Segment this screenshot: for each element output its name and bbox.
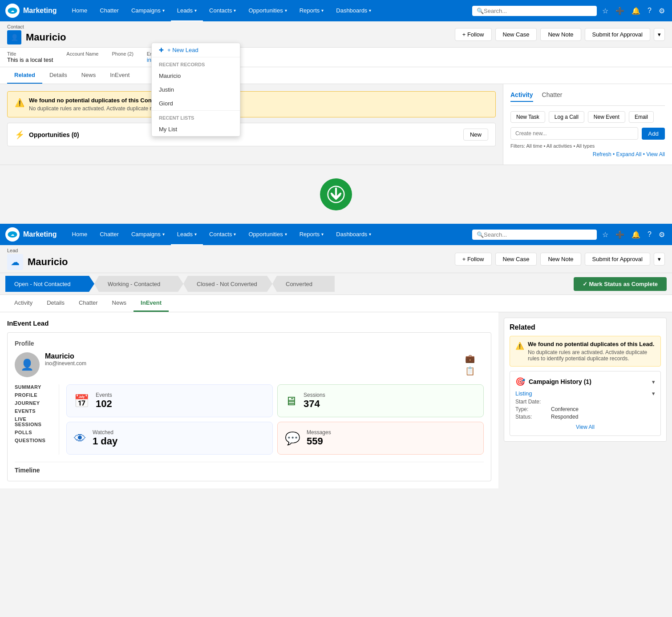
nav-journey[interactable]: JOURNEY [15, 400, 54, 406]
messages-value: 559 [307, 436, 331, 447]
more-actions-dropdown-top[interactable]: ▾ [654, 28, 665, 41]
more-actions-dropdown-lead[interactable]: ▾ [654, 253, 665, 266]
listing-chevron[interactable]: ▾ [652, 390, 655, 397]
nav-events[interactable]: EVENTS [15, 408, 54, 414]
nav-summary[interactable]: SUMMARY [15, 384, 54, 390]
top-nav-bar: ☁ Marketing Home Chatter Campaigns▾ Lead… [0, 0, 672, 21]
new-opportunity-button[interactable]: New [463, 129, 488, 141]
settings-icon-bottom[interactable]: ⚙ [657, 229, 667, 241]
status-step-open[interactable]: Open - Not Contacted [5, 276, 94, 292]
salesforce-logo[interactable]: ☁ [5, 4, 20, 18]
log-call-btn[interactable]: Log a Call [549, 111, 584, 123]
nav-reports-bottom[interactable]: Reports▾ [293, 224, 330, 245]
nav-chatter-bottom[interactable]: Chatter [93, 224, 125, 245]
submit-approval-button-top[interactable]: Submit for Approval [585, 28, 650, 41]
nav-reports[interactable]: Reports▾ [293, 0, 330, 21]
status-step-converted[interactable]: Converted [272, 276, 335, 292]
new-lead-item[interactable]: ✚ + New Lead [152, 43, 240, 57]
calendar-icon: 📅 [74, 394, 89, 408]
nav-contacts[interactable]: Contacts▾ [203, 0, 242, 21]
bottom-nav-right: 🔍 ☆ ➕ 🔔 ? ⚙ [472, 229, 667, 241]
status-step-working[interactable]: Working - Contacted [94, 276, 183, 292]
nav-contacts-bottom[interactable]: Contacts▾ [203, 224, 242, 245]
contact-phone-field: Phone (2) [112, 51, 133, 63]
nav-questions[interactable]: QUESTIONS [15, 438, 54, 443]
new-event-btn[interactable]: New Event [588, 111, 625, 123]
campaign-listing-link[interactable]: Listing [515, 390, 532, 397]
nav-home[interactable]: Home [66, 0, 94, 21]
help-icon-bottom[interactable]: ? [646, 229, 653, 240]
submit-approval-button-lead[interactable]: Submit for Approval [585, 253, 650, 266]
lead-tab-chatter[interactable]: Chatter [72, 295, 105, 312]
top-search-box[interactable]: 🔍 [472, 6, 597, 16]
nav-leads-bottom[interactable]: Leads▾ [171, 224, 203, 245]
add-activity-btn[interactable]: Add [642, 128, 665, 140]
nav-profile[interactable]: PROFILE [15, 392, 54, 398]
nav-leads[interactable]: Leads▾ [171, 0, 203, 21]
app-name: Marketing [23, 7, 57, 15]
lead-tab-details[interactable]: Details [40, 295, 72, 312]
view-all-link[interactable]: View All [576, 424, 595, 430]
status-step-closed[interactable]: Closed - Not Converted [183, 276, 272, 292]
nav-polls[interactable]: POLLS [15, 430, 54, 435]
campaign-start-date: Start Date: [515, 399, 655, 405]
tab-inevent[interactable]: InEvent [103, 67, 137, 84]
opportunities-title: Opportunities (0) [29, 131, 79, 138]
recent-record-justin[interactable]: Justin [152, 83, 240, 97]
messages-label: Messages [307, 429, 331, 436]
notifications-icon-bottom[interactable]: 🔔 [630, 229, 642, 241]
email-btn[interactable]: Email [629, 111, 654, 123]
nav-home-bottom[interactable]: Home [66, 224, 94, 245]
profile-info: Mauricio ino@inevent.com [45, 352, 86, 377]
profile-section-header: Profile [15, 340, 484, 347]
nav-dashboards-bottom[interactable]: Dashboards▾ [330, 224, 377, 245]
nav-opportunities-bottom[interactable]: Opportunities▾ [242, 224, 293, 245]
help-icon[interactable]: ? [646, 5, 653, 16]
nav-campaigns[interactable]: Campaigns▾ [125, 0, 171, 21]
new-note-button-lead[interactable]: New Note [540, 253, 581, 266]
activity-tabs: Activity Chatter [510, 91, 665, 106]
follow-button-top[interactable]: + Follow [455, 28, 492, 41]
nav-chatter[interactable]: Chatter [93, 0, 125, 21]
lead-duplicate-text: No duplicate rules are activated. Activa… [528, 349, 655, 362]
lead-tab-inevent[interactable]: InEvent [134, 295, 169, 312]
salesforce-logo-bottom[interactable]: ☁ [5, 227, 20, 242]
favorites-icon[interactable]: ☆ [600, 5, 610, 17]
lead-tab-activity[interactable]: Activity [7, 295, 40, 312]
phone-icon: 📋 [465, 366, 475, 376]
new-task-btn[interactable]: New Task [510, 111, 545, 123]
new-note-button-top[interactable]: New Note [540, 28, 581, 41]
settings-icon[interactable]: ⚙ [657, 5, 667, 17]
recent-record-mauricio[interactable]: Mauricio [152, 69, 240, 83]
lead-tab-news[interactable]: News [105, 295, 134, 312]
nav-campaigns-bottom[interactable]: Campaigns▾ [125, 224, 171, 245]
recent-record-giord[interactable]: Giord [152, 97, 240, 110]
search-input[interactable] [484, 8, 592, 14]
new-case-button-top[interactable]: New Case [495, 28, 537, 41]
bottom-search-input[interactable] [484, 231, 592, 238]
mark-complete-button[interactable]: ✓ Mark Status as Complete [574, 277, 667, 291]
create-new-input[interactable] [510, 127, 638, 140]
campaign-history-chevron[interactable]: ▾ [652, 379, 655, 385]
nav-live-sessions[interactable]: LIVE SESSIONS [15, 416, 54, 427]
add-icon-bottom[interactable]: ➕ [614, 229, 626, 241]
nav-opportunities[interactable]: Opportunities▾ [242, 0, 293, 21]
activity-tab-chatter[interactable]: Chatter [542, 91, 563, 102]
add-icon[interactable]: ➕ [614, 5, 626, 17]
new-case-button-lead[interactable]: New Case [495, 253, 537, 266]
profile-icons: 💼 📋 [465, 354, 475, 376]
related-header-panel: Related ⚠️ We found no potential duplica… [504, 318, 667, 442]
nav-dashboards[interactable]: Dashboards▾ [330, 0, 377, 21]
notifications-icon[interactable]: 🔔 [630, 5, 642, 17]
activity-refresh-links[interactable]: Refresh • Expand All • View All [593, 151, 665, 157]
activity-tab-activity[interactable]: Activity [510, 91, 533, 102]
tab-details[interactable]: Details [42, 67, 74, 84]
follow-button-lead[interactable]: + Follow [455, 253, 492, 266]
tab-news[interactable]: News [74, 67, 103, 84]
my-list-item[interactable]: My List [152, 122, 240, 136]
tab-related[interactable]: Related [7, 67, 42, 84]
bottom-search-box[interactable]: 🔍 [472, 230, 597, 240]
events-label: Events [96, 392, 112, 398]
profile-avatar-large: 👤 [15, 352, 40, 377]
favorites-icon-bottom[interactable]: ☆ [600, 229, 610, 241]
